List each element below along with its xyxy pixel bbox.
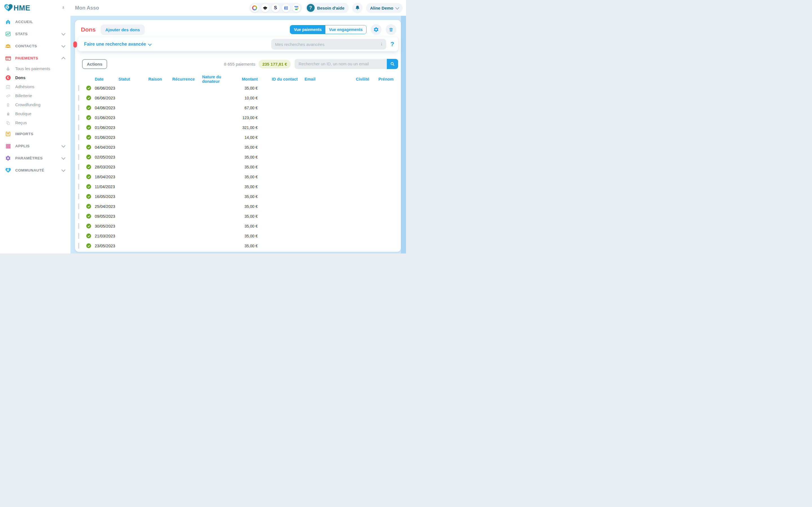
table-row[interactable]: 02/05/2023 35,00 € bbox=[78, 152, 398, 162]
row-checkbox[interactable] bbox=[78, 223, 79, 229]
row-checkbox[interactable] bbox=[78, 164, 79, 170]
table-row[interactable]: 25/04/2023 35,00 € bbox=[78, 202, 398, 211]
scroll-gutter[interactable] bbox=[401, 16, 406, 253]
user-menu[interactable]: Aline Demo bbox=[366, 3, 403, 13]
notifications-button[interactable] bbox=[352, 3, 363, 13]
actions-button[interactable]: Actions bbox=[82, 59, 107, 69]
sidebar-item-crowdfunding[interactable]: € Crowdfunding bbox=[0, 100, 70, 109]
row-checkbox[interactable] bbox=[78, 213, 79, 219]
sidebar-item-billetterie[interactable]: Billetterie bbox=[0, 91, 70, 100]
view-commitments-tab[interactable]: Vue engagements bbox=[325, 25, 366, 34]
row-checkbox[interactable] bbox=[78, 203, 79, 209]
pixel-app-icon[interactable] bbox=[282, 4, 290, 12]
table-row[interactable]: 01/06/2023 123,00 € bbox=[78, 113, 398, 122]
table-row[interactable]: 23/05/2023 35,00 € bbox=[78, 241, 398, 251]
saved-searches-input[interactable] bbox=[271, 39, 386, 50]
stats-icon bbox=[4, 31, 12, 37]
table-row[interactable]: 04/06/2023 67,00 € bbox=[78, 103, 398, 113]
row-checkbox[interactable] bbox=[78, 193, 79, 200]
sidebar-item-imports[interactable]: IMPORTS bbox=[0, 128, 70, 140]
col-email[interactable]: Email bbox=[305, 77, 356, 81]
row-checkbox[interactable] bbox=[78, 233, 79, 239]
table-row[interactable]: 18/04/2023 35,00 € bbox=[78, 172, 398, 182]
mailchimp-icon[interactable] bbox=[261, 4, 269, 12]
payment-date: 21/03/2023 bbox=[95, 234, 118, 238]
page-title: Dons bbox=[81, 26, 96, 33]
sidebar-item-applis[interactable]: APPLIS bbox=[0, 140, 70, 152]
payment-amount: 35,00 € bbox=[236, 165, 272, 169]
sidebar-item-adhesions[interactable]: Adhésions bbox=[0, 82, 70, 91]
stripe-icon[interactable]: S bbox=[271, 4, 280, 12]
payment-date: 01/06/2023 bbox=[95, 125, 118, 130]
sidebar-item-contacts[interactable]: CONTACTS bbox=[0, 40, 70, 52]
view-payments-tab[interactable]: Vue paiements bbox=[290, 25, 325, 34]
content-area: Dons Ajouter des dons Vue paiements Vue … bbox=[70, 16, 406, 253]
delete-button[interactable] bbox=[386, 24, 396, 35]
pin-sidebar-icon[interactable] bbox=[61, 5, 65, 11]
table-row[interactable]: 16/05/2023 35,00 € bbox=[78, 191, 398, 202]
topbar-actions: S 31 ? Besoin d'aide Aline Demo bbox=[249, 3, 403, 13]
table-search-input[interactable] bbox=[295, 59, 387, 69]
sidebar-item-stats[interactable]: STATS bbox=[0, 28, 70, 40]
table-header-row: Date Statut Raison Récurrence Nature du … bbox=[78, 75, 398, 81]
sidebar-item-label: Dons bbox=[15, 75, 26, 80]
row-checkbox[interactable] bbox=[78, 243, 79, 249]
sidebar-item-recus[interactable]: Reçus bbox=[0, 118, 70, 127]
column-settings-button[interactable] bbox=[371, 24, 382, 35]
payment-date: 30/05/2023 bbox=[95, 224, 118, 228]
col-prenom[interactable]: Prénom bbox=[378, 77, 396, 81]
chevron-down-icon bbox=[395, 5, 399, 9]
row-checkbox[interactable] bbox=[78, 144, 79, 150]
help-button[interactable]: ? Besoin d'aide bbox=[305, 3, 349, 13]
col-raison[interactable]: Raison bbox=[148, 77, 172, 81]
table-row[interactable]: 01/06/2023 321,00 € bbox=[78, 122, 398, 132]
sidebar-item-tous-les-paiements[interactable]: € Tous les paiements bbox=[0, 64, 70, 73]
table-row[interactable]: 01/06/2023 14,00 € bbox=[78, 132, 398, 142]
search-button[interactable] bbox=[387, 59, 398, 69]
row-checkbox[interactable] bbox=[78, 105, 79, 111]
advanced-search-label: Faire une recherche avancée bbox=[84, 42, 146, 47]
advanced-search-toggle[interactable]: Faire une recherche avancée bbox=[84, 42, 151, 47]
row-checkbox[interactable] bbox=[78, 85, 79, 91]
col-date[interactable]: Date bbox=[95, 77, 118, 81]
row-checkbox[interactable] bbox=[78, 124, 79, 130]
row-checkbox[interactable] bbox=[78, 154, 79, 160]
row-checkbox[interactable] bbox=[78, 174, 79, 180]
search-help-button[interactable]: ? bbox=[391, 41, 394, 48]
row-checkbox[interactable] bbox=[78, 134, 79, 140]
col-montant[interactable]: Montant bbox=[236, 77, 272, 81]
table-row[interactable]: 21/03/2023 35,00 € bbox=[78, 231, 398, 241]
col-civilite[interactable]: Civilité bbox=[356, 77, 378, 81]
table-row[interactable]: 11/04/2023 35,00 € bbox=[78, 182, 398, 191]
apps-grid-icon bbox=[4, 144, 12, 149]
sidebar-item-label: COMMUNAUTÉ bbox=[15, 168, 44, 172]
google-calendar-icon[interactable]: 31 bbox=[292, 4, 301, 12]
sidebar-item-accueil[interactable]: ACCUEIL bbox=[0, 16, 70, 28]
status-validated-icon bbox=[86, 105, 91, 110]
row-checkbox[interactable] bbox=[78, 95, 79, 101]
table-row[interactable]: 06/06/2023 35,00 € bbox=[78, 83, 398, 93]
sidebar-item-parametres[interactable]: PARAMÈTRES bbox=[0, 152, 70, 164]
col-statut[interactable]: Statut bbox=[118, 77, 148, 81]
table-body: 06/06/2023 35,00 € bbox=[78, 83, 398, 251]
payment-amount: 321,00 € bbox=[236, 125, 272, 130]
shopping-bag-icon bbox=[4, 112, 12, 116]
sidebar-item-boutique[interactable]: Boutique bbox=[0, 109, 70, 118]
table-row[interactable]: 04/04/2023 35,00 € bbox=[78, 142, 398, 152]
table-row[interactable]: 30/05/2023 35,00 € bbox=[78, 221, 398, 231]
ticket-icon bbox=[4, 94, 12, 98]
color-ring-icon[interactable] bbox=[251, 4, 259, 12]
sidebar-nav: ACCUEIL STATS CONTACTS PAI bbox=[0, 16, 70, 176]
col-nature[interactable]: Nature du donateur bbox=[202, 75, 236, 83]
add-donations-button[interactable]: Ajouter des dons bbox=[101, 24, 145, 35]
col-id-contact[interactable]: ID du contact bbox=[272, 77, 305, 81]
sidebar-item-paiements[interactable]: PAIEMENTS bbox=[0, 52, 70, 64]
table-row[interactable]: 28/03/2023 35,00 € bbox=[78, 162, 398, 172]
table-row[interactable]: 09/05/2023 35,00 € bbox=[78, 211, 398, 221]
sidebar-item-dons[interactable]: € Dons bbox=[0, 73, 70, 82]
sidebar-item-communaute[interactable]: COMMUNAUTÉ bbox=[0, 164, 70, 176]
table-row[interactable]: 06/06/2023 10,00 € bbox=[78, 93, 398, 103]
row-checkbox[interactable] bbox=[78, 115, 79, 121]
col-recurrence[interactable]: Récurrence bbox=[172, 77, 202, 81]
row-checkbox[interactable] bbox=[78, 184, 79, 189]
